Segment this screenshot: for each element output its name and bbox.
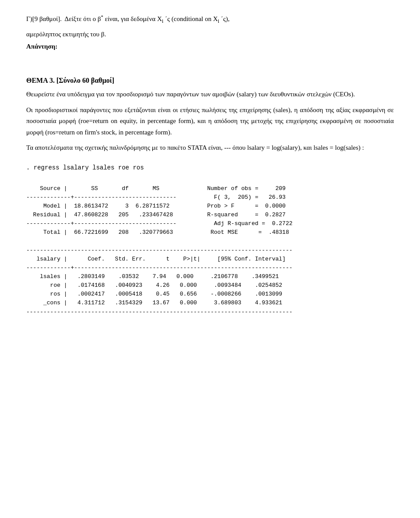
intro-line2: αμερόληπτος εκτιμητής του β. bbox=[26, 29, 394, 39]
theme-title: ΘΕΜΑ 3. [Σύνολο 60 βαθμοί] bbox=[26, 77, 394, 85]
theme-para2: Οι προσδιοριστικοί παράγοντες που εξετάζ… bbox=[26, 105, 394, 138]
answer-label: Απάντηση: bbox=[26, 43, 394, 50]
regress-command: . regress lsalary lsales roe ros bbox=[26, 164, 394, 171]
theme-section: ΘΕΜΑ 3. [Σύνολο 60 βαθμοί] Θεωρείστε ένα… bbox=[26, 77, 394, 154]
intro-line: Γ)[9 βαθμοί]. Δείξτε ότι ο β* είναι, για… bbox=[26, 13, 394, 25]
stata-section: . regress lsalary lsales roe ros Source … bbox=[26, 164, 394, 317]
stata-table: Source | SS df MS Number of obs = 209 --… bbox=[26, 176, 394, 317]
theme-para3: Τα αποτελέσματα της σχετικής παλινδρόμησ… bbox=[26, 142, 394, 154]
stata-table-content: Source | SS df MS Number of obs = 209 --… bbox=[26, 185, 293, 315]
theme-para1: Θεωρείστε ένα υπόδειγμα για τον προσδιορ… bbox=[26, 89, 394, 100]
intro-paragraph: Γ)[9 βαθμοί]. Δείξτε ότι ο β* είναι, για… bbox=[26, 13, 394, 50]
